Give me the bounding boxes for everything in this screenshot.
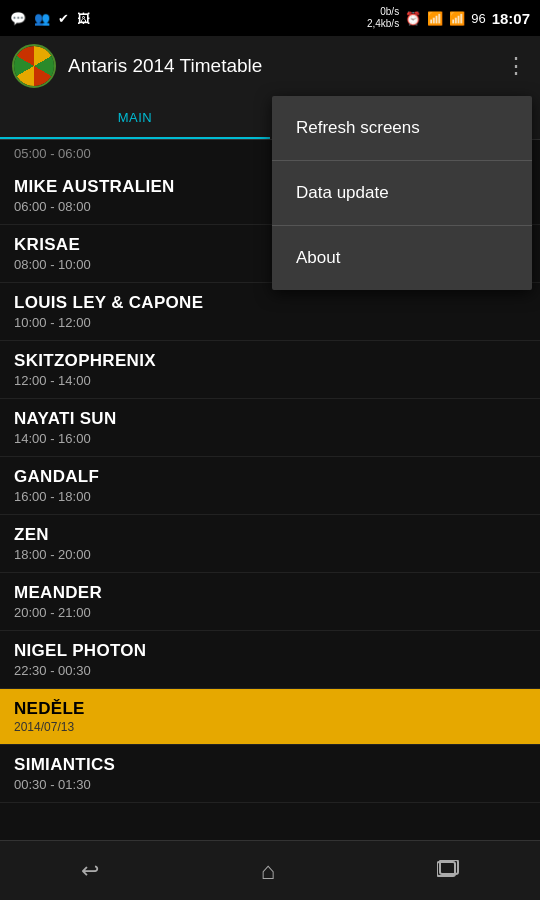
menu-item-refresh[interactable]: Refresh screens — [272, 96, 532, 161]
dropdown-menu: Refresh screens Data update About — [272, 96, 532, 290]
menu-item-about[interactable]: About — [272, 226, 532, 290]
dropdown-overlay[interactable]: Refresh screens Data update About — [0, 0, 540, 900]
menu-item-data-update[interactable]: Data update — [272, 161, 532, 226]
